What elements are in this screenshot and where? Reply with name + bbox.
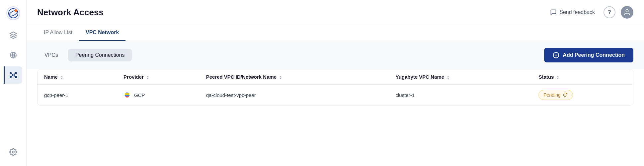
sidebar-item-network[interactable]: [4, 66, 22, 84]
sub-nav-buttons: VPCs Peering Connections: [37, 49, 132, 61]
svg-line-15: [14, 75, 15, 77]
status-badge: Pending ⏱: [538, 90, 573, 100]
sidebar-item-universes[interactable]: [5, 46, 22, 64]
peering-connections-button[interactable]: Peering Connections: [68, 49, 132, 61]
send-feedback-button[interactable]: Send feedback: [547, 7, 598, 18]
vpcs-button[interactable]: VPCs: [37, 49, 65, 61]
svg-point-17: [626, 10, 628, 12]
help-button[interactable]: ?: [604, 6, 615, 18]
peering-connections-table: Name Provider Peered: [37, 69, 633, 106]
header-actions: Send feedback ?: [547, 6, 633, 19]
gcp-icon: [123, 91, 131, 99]
col-status: Status: [532, 69, 633, 85]
sub-navigation: VPCs Peering Connections Add Peering Con…: [27, 41, 644, 69]
pending-icon: ⏱: [563, 92, 568, 98]
add-peering-connection-button[interactable]: Add Peering Connection: [544, 48, 633, 62]
col-yugabyte-vpc: Yugabyte VPC Name: [389, 69, 532, 85]
svg-line-12: [11, 73, 13, 75]
table-header-row: Name Provider Peered: [38, 69, 633, 85]
app-logo[interactable]: [5, 5, 21, 21]
main-content: Network Access Send feedback ? IP Allow …: [27, 0, 644, 166]
cell-peered-vpc: qa-cloud-test-vpc-peer: [200, 85, 389, 106]
plus-circle-icon: [553, 52, 559, 58]
table-row: gcp-peer-1 GCP: [38, 85, 633, 106]
sort-icon-provider[interactable]: [146, 76, 149, 79]
svg-point-8: [10, 72, 11, 74]
provider-cell: GCP: [123, 91, 193, 99]
cell-provider: GCP: [117, 85, 200, 106]
col-peered-vpc: Peered VPC ID/Network Name: [200, 69, 389, 85]
cell-status: Pending ⏱: [532, 85, 633, 106]
svg-line-13: [14, 73, 15, 75]
sort-icon-yugabyte-vpc[interactable]: [447, 76, 449, 79]
svg-point-10: [10, 76, 11, 78]
page-title: Network Access: [37, 7, 104, 18]
col-name: Name: [38, 69, 117, 85]
svg-line-14: [11, 75, 13, 77]
cell-yugabyte-vpc: cluster-1: [389, 85, 532, 106]
tab-ip-allow-list[interactable]: IP Allow List: [37, 24, 79, 41]
sidebar-item-clusters[interactable]: [5, 27, 22, 44]
feedback-icon: [550, 9, 557, 16]
sort-icon-name[interactable]: [60, 76, 63, 79]
sidebar-item-settings[interactable]: [5, 143, 22, 161]
cell-name: gcp-peer-1: [38, 85, 117, 106]
sort-icon-status[interactable]: [556, 76, 559, 79]
sidebar: [0, 0, 27, 166]
svg-point-16: [12, 151, 14, 153]
main-tabs: IP Allow List VPC Network: [27, 24, 644, 41]
svg-point-3: [15, 9, 17, 12]
col-provider: Provider: [117, 69, 200, 85]
svg-point-11: [15, 76, 17, 78]
tab-vpc-network[interactable]: VPC Network: [79, 24, 125, 41]
svg-point-9: [15, 72, 17, 74]
user-avatar[interactable]: [621, 6, 633, 19]
sort-icon-peered-vpc[interactable]: [279, 76, 282, 79]
page-header: Network Access Send feedback ?: [27, 0, 644, 24]
